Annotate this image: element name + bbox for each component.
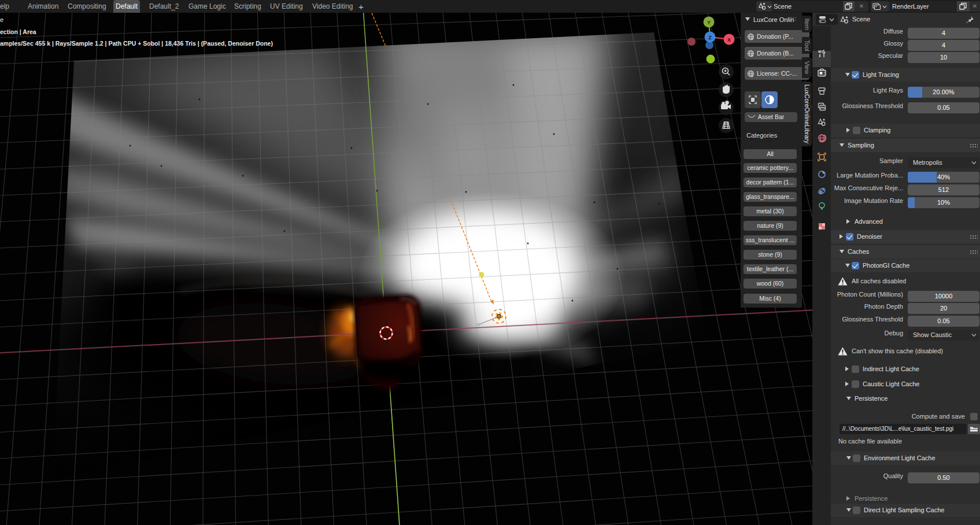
svg-text:Y: Y xyxy=(707,20,711,25)
svg-text:X: X xyxy=(727,37,731,43)
svg-text:Z: Z xyxy=(708,35,712,40)
